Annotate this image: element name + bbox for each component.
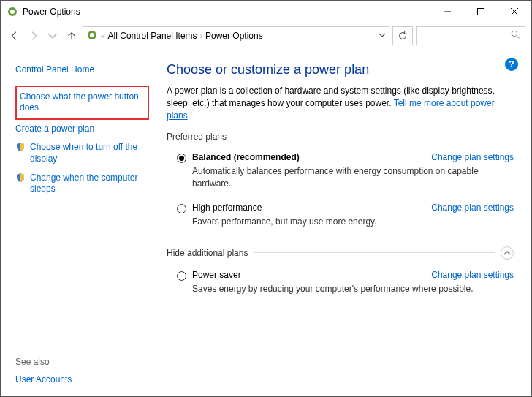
change-plan-settings-link[interactable]: Change plan settings <box>431 152 514 162</box>
legend-label: Preferred plans <box>167 132 227 142</box>
see-also-label: See also <box>15 357 149 367</box>
window-buttons <box>430 1 531 23</box>
radio-power-saver[interactable] <box>177 271 186 281</box>
navbar: « All Control Panel Items › Power Option… <box>1 23 531 49</box>
sidebar-link-create-plan[interactable]: Create a power plan <box>15 120 149 139</box>
plan-desc: Favors performance, but may use more ene… <box>192 216 514 227</box>
titlebar: Power Options <box>1 1 531 23</box>
hide-additional-section: Hide additional plans Power saver Change… <box>167 246 514 305</box>
svg-line-10 <box>517 36 519 38</box>
forward-button[interactable] <box>26 28 42 44</box>
svg-point-9 <box>512 31 517 36</box>
sidebar: Control Panel Home Choose what the power… <box>1 49 158 396</box>
svg-rect-4 <box>478 9 484 15</box>
search-icon <box>511 30 520 42</box>
address-icon <box>86 29 98 43</box>
window: Power Options « All Control Panel Items … <box>0 0 532 397</box>
close-button[interactable] <box>498 1 531 23</box>
hide-additional-legend: Hide additional plans <box>167 246 514 260</box>
chevron-left-icon: « <box>101 32 105 40</box>
sidebar-link-computer-sleeps[interactable]: Change when the computer sleeps <box>15 169 149 199</box>
see-also-user-accounts[interactable]: User Accounts <box>15 373 149 387</box>
preferred-plans-legend: Preferred plans <box>167 132 514 142</box>
page-description: A power plan is a collection of hardware… <box>167 85 514 121</box>
sidebar-link-power-button[interactable]: Choose what the power button does <box>15 86 149 120</box>
refresh-button[interactable] <box>392 26 413 45</box>
preferred-plans-section: Preferred plans Balanced (recommended) C… <box>167 132 514 238</box>
minimize-button[interactable] <box>430 1 464 23</box>
maximize-button[interactable] <box>464 1 498 23</box>
plan-power-saver: Power saver Change plan settings Saves e… <box>167 267 514 305</box>
svg-point-8 <box>90 33 94 37</box>
plan-name: Power saver <box>192 270 241 280</box>
address-dropdown-icon[interactable] <box>379 31 386 41</box>
radio-high-performance[interactable] <box>177 204 186 213</box>
sidebar-link-label: Change when the computer sleeps <box>30 173 149 195</box>
plan-balanced: Balanced (recommended) Change plan setti… <box>167 149 514 199</box>
sidebar-link-turn-off-display[interactable]: Choose when to turn off the display <box>15 138 149 168</box>
content: ? Choose or customize a power plan A pow… <box>158 49 531 396</box>
address-bar[interactable]: « All Control Panel Items › Power Option… <box>83 26 390 45</box>
up-button[interactable] <box>64 28 80 44</box>
shield-icon <box>15 173 26 183</box>
collapse-button[interactable] <box>501 246 514 260</box>
radio-balanced[interactable] <box>177 154 186 163</box>
search-box[interactable] <box>416 26 525 45</box>
window-title: Power Options <box>23 7 80 17</box>
plan-high-performance: High performance Change plan settings Fa… <box>167 200 514 238</box>
change-plan-settings-link[interactable]: Change plan settings <box>431 270 514 280</box>
recent-dropdown[interactable] <box>45 28 61 44</box>
chevron-right-icon: › <box>200 32 202 40</box>
sidebar-link-label: Choose when to turn off the display <box>30 142 149 165</box>
plan-desc: Automatically balances performance with … <box>192 165 514 189</box>
plan-desc: Saves energy by reducing your computer's… <box>192 283 514 295</box>
back-button[interactable] <box>7 28 23 44</box>
plan-name: Balanced (recommended) <box>192 152 300 162</box>
control-panel-home-link[interactable]: Control Panel Home <box>15 61 149 80</box>
divider <box>254 252 495 253</box>
svg-rect-2 <box>12 7 13 10</box>
page-heading: Choose or customize a power plan <box>167 62 514 77</box>
help-button[interactable]: ? <box>505 58 518 71</box>
power-options-icon <box>7 6 18 18</box>
legend-label: Hide additional plans <box>167 248 248 258</box>
body: Control Panel Home Choose what the power… <box>1 49 531 396</box>
shield-icon <box>15 142 26 152</box>
divider <box>232 137 514 137</box>
breadcrumb-current[interactable]: Power Options <box>205 31 263 41</box>
plan-name: High performance <box>192 203 262 213</box>
change-plan-settings-link[interactable]: Change plan settings <box>431 203 514 213</box>
breadcrumb-cp[interactable]: All Control Panel Items <box>108 31 197 41</box>
